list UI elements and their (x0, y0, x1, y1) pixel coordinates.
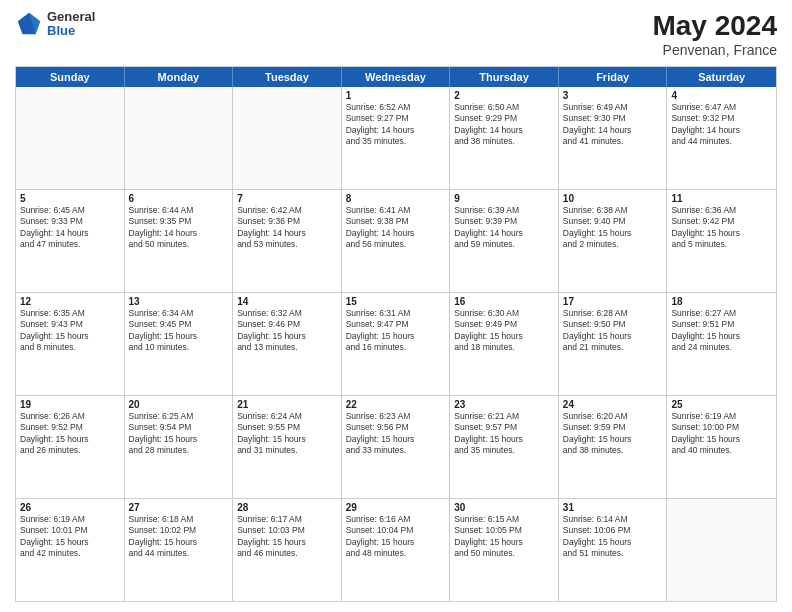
calendar-row-2: 12Sunrise: 6:35 AM Sunset: 9:43 PM Dayli… (16, 293, 776, 396)
day-number-r3-c0: 19 (20, 399, 120, 410)
day-number-r4-c2: 28 (237, 502, 337, 513)
day-info-r0-c6: Sunrise: 6:47 AM Sunset: 9:32 PM Dayligh… (671, 102, 772, 148)
calendar-cell-r2-c4: 16Sunrise: 6:30 AM Sunset: 9:49 PM Dayli… (450, 293, 559, 395)
calendar-cell-r1-c6: 11Sunrise: 6:36 AM Sunset: 9:42 PM Dayli… (667, 190, 776, 292)
day-info-r3-c6: Sunrise: 6:19 AM Sunset: 10:00 PM Daylig… (671, 411, 772, 457)
day-info-r3-c1: Sunrise: 6:25 AM Sunset: 9:54 PM Dayligh… (129, 411, 229, 457)
calendar-header: Sunday Monday Tuesday Wednesday Thursday… (16, 67, 776, 87)
calendar-cell-r4-c4: 30Sunrise: 6:15 AM Sunset: 10:05 PM Dayl… (450, 499, 559, 601)
calendar: Sunday Monday Tuesday Wednesday Thursday… (15, 66, 777, 602)
calendar-cell-r1-c2: 7Sunrise: 6:42 AM Sunset: 9:36 PM Daylig… (233, 190, 342, 292)
day-info-r2-c1: Sunrise: 6:34 AM Sunset: 9:45 PM Dayligh… (129, 308, 229, 354)
page: General Blue May 2024 Penvenan, France S… (0, 0, 792, 612)
day-info-r4-c5: Sunrise: 6:14 AM Sunset: 10:06 PM Daylig… (563, 514, 663, 560)
day-number-r2-c6: 18 (671, 296, 772, 307)
calendar-row-0: 1Sunrise: 6:52 AM Sunset: 9:27 PM Daylig… (16, 87, 776, 190)
day-info-r2-c4: Sunrise: 6:30 AM Sunset: 9:49 PM Dayligh… (454, 308, 554, 354)
day-number-r4-c0: 26 (20, 502, 120, 513)
calendar-cell-r0-c3: 1Sunrise: 6:52 AM Sunset: 9:27 PM Daylig… (342, 87, 451, 189)
logo-general: General (47, 10, 95, 24)
header-saturday: Saturday (667, 67, 776, 87)
day-info-r4-c3: Sunrise: 6:16 AM Sunset: 10:04 PM Daylig… (346, 514, 446, 560)
day-number-r2-c3: 15 (346, 296, 446, 307)
day-number-r4-c1: 27 (129, 502, 229, 513)
header-tuesday: Tuesday (233, 67, 342, 87)
day-info-r4-c0: Sunrise: 6:19 AM Sunset: 10:01 PM Daylig… (20, 514, 120, 560)
day-info-r1-c0: Sunrise: 6:45 AM Sunset: 9:33 PM Dayligh… (20, 205, 120, 251)
day-info-r3-c2: Sunrise: 6:24 AM Sunset: 9:55 PM Dayligh… (237, 411, 337, 457)
day-info-r1-c6: Sunrise: 6:36 AM Sunset: 9:42 PM Dayligh… (671, 205, 772, 251)
header: General Blue May 2024 Penvenan, France (15, 10, 777, 58)
day-number-r1-c6: 11 (671, 193, 772, 204)
calendar-row-3: 19Sunrise: 6:26 AM Sunset: 9:52 PM Dayli… (16, 396, 776, 499)
calendar-cell-r3-c3: 22Sunrise: 6:23 AM Sunset: 9:56 PM Dayli… (342, 396, 451, 498)
day-number-r0-c5: 3 (563, 90, 663, 101)
calendar-cell-r4-c3: 29Sunrise: 6:16 AM Sunset: 10:04 PM Dayl… (342, 499, 451, 601)
day-number-r0-c3: 1 (346, 90, 446, 101)
day-info-r0-c4: Sunrise: 6:50 AM Sunset: 9:29 PM Dayligh… (454, 102, 554, 148)
day-info-r2-c0: Sunrise: 6:35 AM Sunset: 9:43 PM Dayligh… (20, 308, 120, 354)
day-number-r3-c1: 20 (129, 399, 229, 410)
calendar-cell-r3-c6: 25Sunrise: 6:19 AM Sunset: 10:00 PM Dayl… (667, 396, 776, 498)
header-sunday: Sunday (16, 67, 125, 87)
day-info-r3-c5: Sunrise: 6:20 AM Sunset: 9:59 PM Dayligh… (563, 411, 663, 457)
calendar-cell-r0-c6: 4Sunrise: 6:47 AM Sunset: 9:32 PM Daylig… (667, 87, 776, 189)
calendar-cell-r4-c0: 26Sunrise: 6:19 AM Sunset: 10:01 PM Dayl… (16, 499, 125, 601)
calendar-cell-r0-c0 (16, 87, 125, 189)
day-number-r1-c1: 6 (129, 193, 229, 204)
calendar-cell-r1-c4: 9Sunrise: 6:39 AM Sunset: 9:39 PM Daylig… (450, 190, 559, 292)
calendar-cell-r1-c0: 5Sunrise: 6:45 AM Sunset: 9:33 PM Daylig… (16, 190, 125, 292)
calendar-row-4: 26Sunrise: 6:19 AM Sunset: 10:01 PM Dayl… (16, 499, 776, 601)
day-number-r4-c3: 29 (346, 502, 446, 513)
day-number-r4-c5: 31 (563, 502, 663, 513)
day-info-r2-c2: Sunrise: 6:32 AM Sunset: 9:46 PM Dayligh… (237, 308, 337, 354)
day-info-r1-c1: Sunrise: 6:44 AM Sunset: 9:35 PM Dayligh… (129, 205, 229, 251)
day-number-r2-c5: 17 (563, 296, 663, 307)
calendar-cell-r2-c6: 18Sunrise: 6:27 AM Sunset: 9:51 PM Dayli… (667, 293, 776, 395)
day-info-r2-c5: Sunrise: 6:28 AM Sunset: 9:50 PM Dayligh… (563, 308, 663, 354)
calendar-cell-r2-c0: 12Sunrise: 6:35 AM Sunset: 9:43 PM Dayli… (16, 293, 125, 395)
logo: General Blue (15, 10, 95, 39)
day-number-r2-c2: 14 (237, 296, 337, 307)
day-info-r3-c0: Sunrise: 6:26 AM Sunset: 9:52 PM Dayligh… (20, 411, 120, 457)
header-friday: Friday (559, 67, 668, 87)
day-number-r1-c0: 5 (20, 193, 120, 204)
day-info-r3-c3: Sunrise: 6:23 AM Sunset: 9:56 PM Dayligh… (346, 411, 446, 457)
calendar-row-1: 5Sunrise: 6:45 AM Sunset: 9:33 PM Daylig… (16, 190, 776, 293)
day-number-r3-c2: 21 (237, 399, 337, 410)
calendar-cell-r1-c3: 8Sunrise: 6:41 AM Sunset: 9:38 PM Daylig… (342, 190, 451, 292)
calendar-cell-r3-c0: 19Sunrise: 6:26 AM Sunset: 9:52 PM Dayli… (16, 396, 125, 498)
day-number-r3-c3: 22 (346, 399, 446, 410)
day-number-r2-c0: 12 (20, 296, 120, 307)
day-info-r0-c3: Sunrise: 6:52 AM Sunset: 9:27 PM Dayligh… (346, 102, 446, 148)
logo-blue: Blue (47, 24, 95, 38)
day-number-r3-c5: 24 (563, 399, 663, 410)
day-number-r2-c1: 13 (129, 296, 229, 307)
day-number-r3-c4: 23 (454, 399, 554, 410)
day-number-r4-c4: 30 (454, 502, 554, 513)
calendar-cell-r4-c5: 31Sunrise: 6:14 AM Sunset: 10:06 PM Dayl… (559, 499, 668, 601)
day-info-r2-c3: Sunrise: 6:31 AM Sunset: 9:47 PM Dayligh… (346, 308, 446, 354)
calendar-cell-r2-c5: 17Sunrise: 6:28 AM Sunset: 9:50 PM Dayli… (559, 293, 668, 395)
calendar-cell-r2-c3: 15Sunrise: 6:31 AM Sunset: 9:47 PM Dayli… (342, 293, 451, 395)
calendar-body: 1Sunrise: 6:52 AM Sunset: 9:27 PM Daylig… (16, 87, 776, 601)
calendar-cell-r0-c2 (233, 87, 342, 189)
header-thursday: Thursday (450, 67, 559, 87)
day-number-r1-c3: 8 (346, 193, 446, 204)
day-info-r4-c4: Sunrise: 6:15 AM Sunset: 10:05 PM Daylig… (454, 514, 554, 560)
calendar-cell-r3-c5: 24Sunrise: 6:20 AM Sunset: 9:59 PM Dayli… (559, 396, 668, 498)
logo-text: General Blue (47, 10, 95, 39)
day-number-r1-c4: 9 (454, 193, 554, 204)
calendar-cell-r1-c1: 6Sunrise: 6:44 AM Sunset: 9:35 PM Daylig… (125, 190, 234, 292)
day-info-r2-c6: Sunrise: 6:27 AM Sunset: 9:51 PM Dayligh… (671, 308, 772, 354)
calendar-cell-r0-c4: 2Sunrise: 6:50 AM Sunset: 9:29 PM Daylig… (450, 87, 559, 189)
calendar-cell-r1-c5: 10Sunrise: 6:38 AM Sunset: 9:40 PM Dayli… (559, 190, 668, 292)
day-number-r1-c5: 10 (563, 193, 663, 204)
day-info-r1-c2: Sunrise: 6:42 AM Sunset: 9:36 PM Dayligh… (237, 205, 337, 251)
month-year: May 2024 (652, 10, 777, 42)
day-number-r1-c2: 7 (237, 193, 337, 204)
header-monday: Monday (125, 67, 234, 87)
header-wednesday: Wednesday (342, 67, 451, 87)
day-info-r1-c4: Sunrise: 6:39 AM Sunset: 9:39 PM Dayligh… (454, 205, 554, 251)
calendar-cell-r3-c4: 23Sunrise: 6:21 AM Sunset: 9:57 PM Dayli… (450, 396, 559, 498)
